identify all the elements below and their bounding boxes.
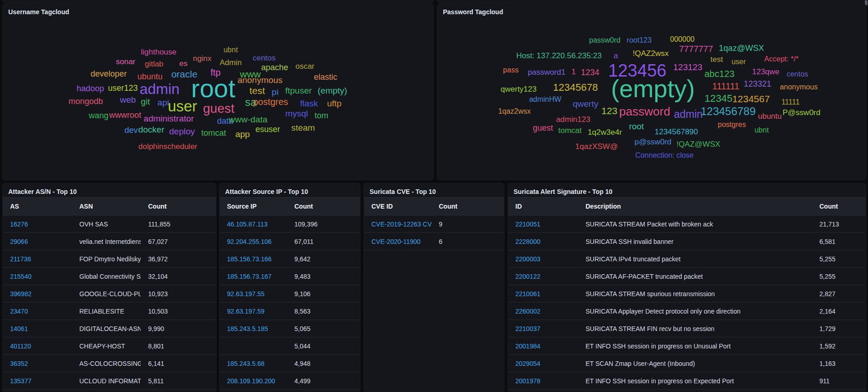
table-link[interactable]: 2210051 (508, 221, 578, 228)
tag-word-developer[interactable]: developer (90, 70, 127, 78)
tag-word-flask[interactable]: flask (300, 99, 318, 108)
tag-word-empty[interactable]: (empty) (318, 86, 347, 95)
column-header[interactable]: Count (287, 203, 360, 210)
tag-word-000000[interactable]: 000000 (670, 36, 694, 43)
tag-word-1q2w3e4r[interactable]: 1q2w3e4r (588, 128, 622, 136)
tag-word-password[interactable]: password (619, 105, 670, 117)
table-link[interactable]: 401120 (3, 342, 72, 350)
tag-word-uftp[interactable]: uftp (327, 99, 342, 108)
tag-word-passw0rd[interactable]: passw0rd (589, 37, 620, 44)
tag-word-pass[interactable]: pass (503, 66, 519, 74)
table-link[interactable]: 135377 (3, 377, 72, 385)
tag-word-ftpuser[interactable]: ftpuser (285, 86, 312, 95)
tag-word-qaz-wsx[interactable]: !QAZ@WSX (676, 140, 720, 148)
table-link[interactable]: 185.156.73.167 (220, 273, 287, 280)
tag-word-mysql[interactable]: mysql (285, 109, 308, 118)
tag-word-ubuntu[interactable]: ubuntu (137, 72, 162, 81)
tag-word-deploy[interactable]: deploy (169, 127, 195, 136)
tag-word-a[interactable]: a (614, 52, 618, 60)
table-link[interactable]: 92.63.197.55 (220, 290, 287, 298)
column-header[interactable]: Description (578, 203, 812, 210)
tag-word-1234567[interactable]: 1234567 (732, 94, 770, 104)
tag-word-admin[interactable]: Admin (220, 59, 242, 66)
table-link[interactable]: 208.109.190.200 (220, 377, 287, 385)
tag-word-1234567890[interactable]: 1234567890 (655, 128, 698, 136)
table-link[interactable]: 14061 (3, 325, 72, 332)
tag-word-postgres[interactable]: postgres (253, 97, 288, 106)
table-link[interactable]: 46.105.87.113 (220, 221, 287, 228)
tag-word-root[interactable]: root (191, 76, 236, 101)
tag-word-git[interactable]: git (141, 97, 150, 106)
tag-word-qwerty[interactable]: qwerty (573, 99, 598, 108)
column-header[interactable]: Count (141, 203, 216, 210)
tag-word-host-137-220-56-235-23[interactable]: Host: 137.220.56.235:23 (516, 52, 602, 60)
tag-word-centos[interactable]: centos (786, 71, 808, 78)
tag-word-tomcat[interactable]: tomcat (201, 129, 226, 137)
table-link[interactable]: 16276 (3, 221, 72, 228)
tag-word-ubnt[interactable]: ubnt (223, 46, 238, 54)
tag-word-administrator[interactable]: administrator (144, 114, 194, 123)
tag-word-p-ssw0rd[interactable]: p@ssw0rd (635, 138, 672, 146)
table-link[interactable]: 396982 (3, 290, 72, 298)
tag-word-root123[interactable]: root123 (627, 37, 652, 44)
tag-word-p-ssw0rd[interactable]: P@ssw0rd (783, 109, 820, 116)
column-header[interactable]: CVE ID (364, 203, 431, 210)
tag-word-qwerty123[interactable]: qwerty123 (501, 85, 536, 93)
tag-word-user123[interactable]: user123 (108, 84, 138, 92)
table-link[interactable]: 2210037 (508, 325, 578, 332)
tag-word-1[interactable]: 1 (571, 68, 575, 76)
tag-word-user[interactable]: user (168, 99, 197, 114)
tag-word-wang[interactable]: wang (88, 111, 108, 120)
tag-word-app[interactable]: app (235, 130, 250, 138)
table-link[interactable]: 2200003 (508, 255, 578, 263)
tag-word-wwwroot[interactable]: wwwroot (109, 111, 141, 119)
tag-word-steam[interactable]: steam (291, 123, 315, 132)
tag-word-123321[interactable]: 123321 (744, 80, 771, 88)
tag-word-11111[interactable]: 11111 (781, 99, 800, 106)
tag-word-tom[interactable]: tom (315, 111, 328, 120)
tag-word-nginx[interactable]: nginx (193, 55, 212, 62)
tag-word-web[interactable]: web (120, 95, 136, 104)
table-link[interactable]: 2200122 (508, 273, 578, 280)
tag-word-guest[interactable]: guest (203, 102, 235, 115)
tag-word-test[interactable]: test (710, 55, 723, 63)
tag-word-mongodb[interactable]: mongodb (68, 97, 103, 105)
tag-word-hadoop[interactable]: hadoop (77, 84, 104, 93)
tag-word-sonar[interactable]: sonar (116, 58, 136, 66)
table-link[interactable]: 92.204.255.106 (220, 238, 287, 245)
tag-word-123123[interactable]: 123123 (673, 63, 702, 72)
tag-word-12345678[interactable]: 12345678 (553, 83, 598, 93)
tag-word-connection-close[interactable]: Connection: close (635, 152, 693, 159)
column-header[interactable]: Count (431, 203, 504, 210)
column-header[interactable]: ASN (72, 203, 141, 210)
tag-word-dolphinscheduler[interactable]: dolphinscheduler (138, 143, 198, 150)
tag-word-1234[interactable]: 1234 (581, 68, 599, 77)
tag-word-password1[interactable]: password1 (528, 68, 565, 76)
tag-word-qaz2wsx[interactable]: !QAZ2wsx (633, 50, 669, 57)
table-link[interactable]: 92.63.197.59 (220, 308, 287, 315)
tag-word-oscar[interactable]: oscar (295, 62, 315, 70)
table-link[interactable]: 2228000 (508, 238, 578, 245)
tag-word-7777777[interactable]: 7777777 (679, 44, 713, 53)
tag-word-lighthouse[interactable]: lighthouse (141, 48, 177, 56)
column-header[interactable]: AS (3, 203, 72, 210)
table-link[interactable]: 215540 (3, 273, 72, 280)
table-link[interactable]: 185.156.73.166 (220, 255, 287, 263)
tag-word-admin123[interactable]: admin123 (556, 116, 591, 123)
table-link[interactable]: 185.243.5.68 (220, 360, 287, 367)
table-link[interactable]: 185.243.5.185 (220, 325, 287, 332)
tag-word-admin[interactable]: admin (674, 109, 703, 120)
tag-word-gitlab[interactable]: gitlab (145, 60, 164, 68)
table-link[interactable]: 2029054 (508, 360, 578, 367)
column-header[interactable]: ID (508, 203, 578, 210)
tag-word-postgres[interactable]: postgres (718, 121, 746, 128)
table-link[interactable]: 2210061 (508, 290, 578, 298)
table-link[interactable]: 36352 (3, 360, 72, 367)
table-link[interactable]: 2260002 (508, 308, 578, 315)
tag-word-empty[interactable]: (empty) (611, 76, 695, 101)
tag-word-es[interactable]: es (179, 60, 188, 67)
tag-word-anonymous[interactable]: anonymous (780, 83, 818, 91)
tag-word-test[interactable]: test (249, 86, 265, 95)
tag-word-123[interactable]: 123 (601, 106, 617, 116)
table-link[interactable]: 211736 (3, 255, 72, 263)
